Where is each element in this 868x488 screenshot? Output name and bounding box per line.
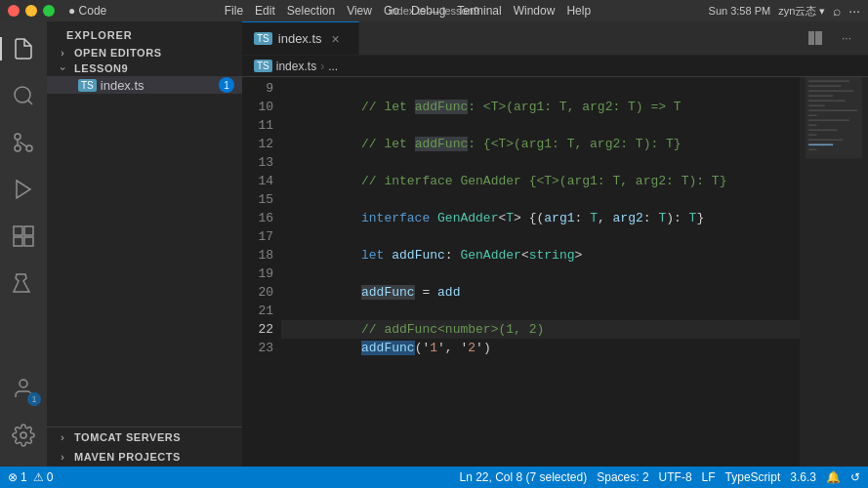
- activity-bar: 1: [0, 21, 47, 467]
- menu-edit[interactable]: Edit: [255, 4, 275, 18]
- status-encoding[interactable]: UTF-8: [659, 470, 692, 484]
- sidebar: Explorer › OPEN EDITORS › LESSON9 TS ind…: [47, 21, 242, 467]
- titlebar-datetime: Sun 3:58 PM: [709, 5, 771, 17]
- titlebar-left: ● Code: [8, 4, 106, 18]
- accounts-badge: 1: [27, 392, 41, 406]
- activity-debug[interactable]: [0, 166, 47, 213]
- traffic-light-green[interactable]: [43, 5, 55, 17]
- status-language[interactable]: TypeScript: [725, 470, 781, 484]
- tab-bar: TS index.ts × ···: [242, 21, 868, 56]
- breadcrumb-sep: ›: [320, 60, 324, 73]
- svg-line-1: [28, 101, 32, 104]
- breadcrumb-extra[interactable]: ...: [328, 60, 338, 73]
- split-editor-button[interactable]: [802, 24, 829, 52]
- tomcat-chevron: ›: [55, 432, 70, 443]
- svg-point-10: [20, 380, 27, 387]
- svg-rect-7: [24, 226, 33, 235]
- open-editors-label: OPEN EDITORS: [74, 47, 162, 59]
- sidebar-section-open-editors[interactable]: › OPEN EDITORS: [47, 45, 242, 61]
- activity-search[interactable]: [0, 72, 47, 119]
- ts-file-icon: TS: [78, 79, 97, 92]
- status-position[interactable]: Ln 22, Col 8 (7 selected): [459, 470, 587, 484]
- sidebar-tomcat-servers[interactable]: › TOMCAT SERVERS: [47, 427, 242, 447]
- code-line-9: // let addFunc: <T>(arg1: T, arg2: T) =>…: [281, 79, 800, 98]
- svg-point-3: [15, 134, 21, 140]
- error-count: 1: [21, 470, 27, 484]
- maven-label: MAVEN PROJECTS: [74, 451, 181, 463]
- titlebar-user[interactable]: zyn云态 ▾: [778, 4, 825, 19]
- warning-count: 0: [47, 470, 54, 484]
- code-content[interactable]: // let addFunc: <T>(arg1: T, arg2: T) =>…: [281, 77, 800, 467]
- menu-view[interactable]: View: [347, 4, 372, 18]
- tab-indexts[interactable]: TS index.ts ×: [242, 21, 359, 55]
- activity-settings[interactable]: [0, 412, 47, 459]
- svg-rect-8: [14, 237, 22, 246]
- status-warnings[interactable]: ⚠ 0: [33, 470, 54, 484]
- sidebar-maven-projects[interactable]: › MAVEN PROJECTS: [47, 447, 242, 467]
- code-line-21: // addFunc<number>(1, 2): [281, 302, 800, 320]
- status-line-ending[interactable]: LF: [702, 470, 716, 484]
- breadcrumb-ts-icon: TS: [254, 60, 272, 72]
- traffic-light-yellow[interactable]: [25, 5, 37, 17]
- sidebar-section-lesson9[interactable]: › LESSON9: [47, 61, 242, 76]
- code-line-15: interface GenAdder<T> {(arg1: T, arg2: T…: [281, 190, 800, 209]
- main-layout: 1 Explorer › OPEN EDITORS › LESSON9 TS i…: [0, 21, 868, 467]
- code-line-11: // let addFunc: {<T>(arg1: T, arg2: T): …: [281, 116, 800, 135]
- status-bell-icon[interactable]: 🔔: [826, 470, 841, 484]
- menu-help[interactable]: Help: [566, 4, 591, 18]
- svg-rect-6: [14, 226, 22, 235]
- breadcrumb-filename[interactable]: index.ts: [276, 60, 316, 73]
- maven-chevron: ›: [55, 452, 70, 463]
- tab-filename: index.ts: [278, 31, 322, 46]
- warning-icon: ⚠: [33, 470, 44, 484]
- tab-close-button[interactable]: ×: [332, 31, 340, 47]
- tab-ts-icon: TS: [254, 32, 272, 45]
- svg-point-0: [15, 87, 30, 102]
- status-left: ⊗ 1 ⚠ 0: [8, 470, 53, 484]
- open-editors-chevron: ›: [55, 48, 70, 59]
- file-item-indexts[interactable]: TS index.ts 1: [47, 76, 242, 94]
- minimap-svg: [800, 77, 868, 467]
- tomcat-label: TOMCAT SERVERS: [74, 431, 181, 443]
- editor-area: TS index.ts × ··· TS index.ts › ...: [242, 21, 868, 467]
- titlebar-right: Sun 3:58 PM zyn云态 ▾ ⌕ ···: [709, 3, 860, 19]
- breadcrumb: TS index.ts › ...: [242, 56, 868, 77]
- status-right: Ln 22, Col 8 (7 selected) Spaces: 2 UTF-…: [459, 470, 860, 484]
- activity-explorer[interactable]: [0, 25, 47, 72]
- svg-rect-9: [24, 237, 33, 246]
- menu-selection[interactable]: Selection: [287, 4, 335, 18]
- editor-actions: ···: [802, 21, 868, 55]
- error-icon: ⊗: [8, 470, 18, 484]
- titlebar-more-icon[interactable]: ···: [848, 3, 860, 19]
- traffic-light-red[interactable]: [8, 5, 20, 17]
- file-name-indexts: index.ts: [101, 78, 145, 93]
- more-actions-button[interactable]: ···: [833, 24, 860, 52]
- activity-accounts[interactable]: 1: [0, 365, 47, 412]
- code-line-17: let addFunc: GenAdder<string>: [281, 227, 800, 246]
- minimap: [800, 77, 868, 467]
- code-editor[interactable]: 9 10 11 12 13 14 15 16 17 18 19 20 21 22…: [242, 77, 868, 467]
- status-version[interactable]: 3.6.3: [790, 470, 816, 484]
- lesson9-label: LESSON9: [74, 62, 128, 74]
- sidebar-header: Explorer: [47, 21, 242, 45]
- code-line-13: // interface GenAdder {<T>(arg1: T, arg2…: [281, 153, 800, 172]
- svg-point-11: [21, 432, 26, 438]
- svg-marker-5: [17, 181, 30, 198]
- menu-window[interactable]: Window: [514, 4, 556, 18]
- lesson9-chevron: ›: [58, 61, 68, 76]
- status-sync-icon[interactable]: ↺: [850, 470, 860, 484]
- menu-file[interactable]: File: [225, 4, 243, 18]
- sidebar-bottom: › TOMCAT SERVERS › MAVEN PROJECTS: [47, 427, 242, 467]
- titlebar: ● Code File Edit Selection View Go Debug…: [0, 0, 868, 21]
- activity-test[interactable]: [0, 260, 47, 306]
- code-line-19: addFunc = add: [281, 264, 800, 283]
- activity-source-control[interactable]: [0, 119, 47, 166]
- titlebar-title: index.ts — lesson9: [389, 5, 479, 17]
- activity-extensions[interactable]: [0, 213, 47, 260]
- status-bar: ⊗ 1 ⚠ 0 Ln 22, Col 8 (7 selected) Spaces…: [0, 467, 868, 488]
- svg-rect-28: [806, 77, 862, 158]
- svg-point-4: [15, 145, 21, 151]
- status-errors[interactable]: ⊗ 1: [8, 470, 27, 484]
- titlebar-search-icon[interactable]: ⌕: [833, 3, 841, 19]
- status-spaces[interactable]: Spaces: 2: [597, 470, 648, 484]
